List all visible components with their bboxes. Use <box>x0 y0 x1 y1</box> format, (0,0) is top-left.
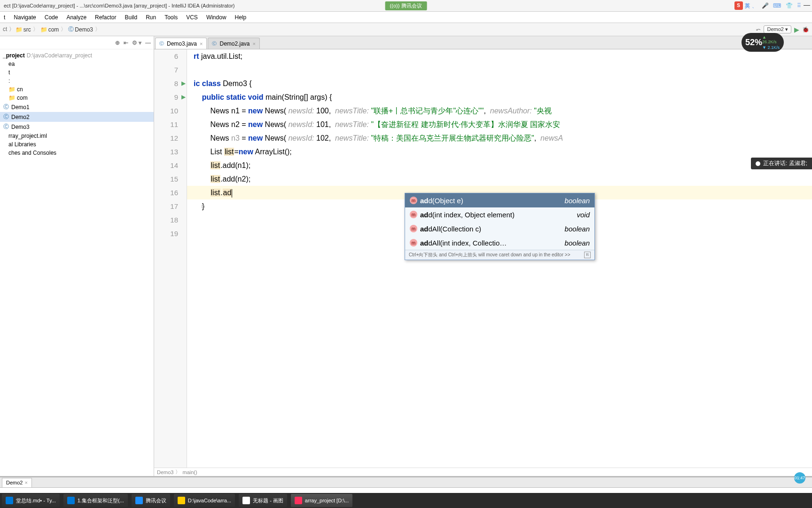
taskbar-item[interactable]: array_project [D:\... <box>291 494 353 507</box>
collapse-icon[interactable]: ⇤ <box>124 40 128 46</box>
back-arrow-icon[interactable]: ⤺ <box>756 26 761 33</box>
gutter-line[interactable]: 15 <box>154 172 187 186</box>
code-line[interactable]: rt java.util.List; <box>187 49 812 63</box>
tree-item[interactable]: ches and Consoles <box>0 149 154 157</box>
tree-item[interactable]: 📁cn <box>0 85 154 94</box>
menu-item[interactable]: t <box>0 12 9 23</box>
menu-vcs[interactable]: VCS <box>182 12 202 23</box>
autocomplete-item[interactable]: madd(int index, Object element)void <box>405 207 594 222</box>
breadcrumb-com[interactable]: com <box>48 26 59 33</box>
menu-build[interactable]: Build <box>121 12 141 23</box>
tab-demo2[interactable]: Ⓒ Demo2.java × <box>208 38 259 49</box>
pi-icon[interactable]: π <box>584 252 591 258</box>
taskbar-item[interactable]: 堂总结.md• - Ty... <box>2 494 60 507</box>
sogou-icon[interactable]: S <box>734 1 743 10</box>
tree-item[interactable]: t <box>0 68 154 77</box>
menu-tools[interactable]: Tools <box>161 12 181 23</box>
menu-run[interactable]: Run <box>142 12 160 23</box>
taskbar[interactable]: 堂总结.md• - Ty...1.集合框架和泛型(...腾讯会议D:\javaC… <box>0 493 812 508</box>
debug-button[interactable]: 🐞 <box>802 26 809 33</box>
code-line[interactable]: list.add(n2); <box>187 172 812 186</box>
tree-item[interactable]: ea <box>0 60 154 68</box>
taskbar-item[interactable]: D:\javaCode\arra... <box>174 494 235 507</box>
app-icon <box>135 497 143 504</box>
code-line[interactable]: public static void main(String[] args) { <box>187 90 812 104</box>
tab-demo3[interactable]: Ⓒ Demo3.java × <box>155 38 207 49</box>
project-header[interactable]: ⊕ ⇤ ⚙ ▾ — <box>0 36 154 49</box>
code-line[interactable]: list.add(n1); <box>187 159 812 172</box>
project-tree[interactable]: _project D:\javaCode\array_project eat:📁… <box>0 49 154 159</box>
autocomplete-item[interactable]: madd(Object e)boolean <box>405 193 594 207</box>
menu-code[interactable]: Code <box>41 12 62 23</box>
breadcrumb-class[interactable]: Demo3 <box>75 26 93 33</box>
minimize-button[interactable]: — <box>804 1 810 8</box>
code-body[interactable]: rt java.util.List;ic class Demo3 { publi… <box>187 49 812 468</box>
tree-label: ea <box>8 61 15 67</box>
gutter-line[interactable]: 6 <box>154 49 187 63</box>
code-line[interactable] <box>187 63 812 77</box>
gutter-line[interactable]: 17 <box>154 199 187 213</box>
gutter-line[interactable]: 8▶ <box>154 77 187 90</box>
breadcrumb-src[interactable]: src <box>23 26 31 33</box>
gear-icon[interactable]: ⚙ ▾ <box>132 40 141 46</box>
taskbar-item[interactable]: 1.集合框架和泛型(... <box>63 494 128 507</box>
gutter[interactable]: 678▶9▶10111213141516171819 <box>154 49 187 468</box>
run-gutter-icon[interactable]: ▶ <box>181 90 186 104</box>
menu-help[interactable]: Help <box>231 12 250 23</box>
gutter-line[interactable]: 19 <box>154 227 187 240</box>
gutter-line[interactable]: 11 <box>154 118 187 131</box>
tree-item[interactable]: ⒸDemo3 <box>0 122 154 132</box>
project-panel-toolbar[interactable]: ⊕ ⇤ ⚙ ▾ — <box>115 40 151 46</box>
gutter-line[interactable]: 12 <box>154 131 187 145</box>
gutter-line[interactable]: 14 <box>154 159 187 172</box>
tree-item[interactable]: al Libraries <box>0 140 154 149</box>
gutter-line[interactable]: 16 <box>154 186 187 199</box>
menu-navigate[interactable]: Navigate <box>10 12 39 23</box>
code-line[interactable]: News n3 = new News( newsId: 102, newsTit… <box>187 131 812 145</box>
code-line[interactable]: News n1 = new News( newsId: 100, newsTit… <box>187 104 812 118</box>
close-icon[interactable]: × <box>24 480 27 485</box>
autocomplete-item[interactable]: maddAll(int index, Collectio…boolean <box>405 236 594 250</box>
target-icon[interactable]: ⊕ <box>115 40 120 46</box>
run-button[interactable]: ▶ <box>794 26 799 33</box>
gutter-line[interactable]: 13 <box>154 145 187 159</box>
editor-breadcrumb[interactable]: Demo3 〉 main() <box>154 468 812 476</box>
menu-window[interactable]: Window <box>203 12 230 23</box>
code-line[interactable]: ic class Demo3 { <box>187 77 812 90</box>
taskbar-item[interactable]: 腾讯会议 <box>132 494 170 507</box>
menu-analyze[interactable]: Analyze <box>62 12 90 23</box>
editor-bc-class[interactable]: Demo3 <box>157 469 173 475</box>
run-tab-label: Demo2 <box>6 480 23 485</box>
tree-item[interactable]: rray_project.iml <box>0 132 154 140</box>
tree-item[interactable]: : <box>0 77 154 85</box>
close-icon[interactable]: × <box>253 41 256 47</box>
autocomplete-popup[interactable]: madd(Object e)booleanmadd(int index, Obj… <box>405 193 595 260</box>
gutter-line[interactable]: 10 <box>154 104 187 118</box>
gutter-line[interactable]: 7 <box>154 63 187 77</box>
tree-item[interactable]: ⒸDemo2 <box>0 112 154 122</box>
gutter-line[interactable]: 9▶ <box>154 90 187 104</box>
meeting-indicator[interactable]: ((o)) 腾讯会议 <box>385 1 427 10</box>
run-gutter-icon[interactable]: ▶ <box>181 77 186 90</box>
autocomplete-item[interactable]: maddAll(Collection c)boolean <box>405 222 594 236</box>
ime-lang[interactable]: 英 <box>745 2 750 9</box>
tree-item[interactable]: ⒸDemo1 <box>0 102 154 112</box>
breadcrumb[interactable]: ct 〉 📁 src 〉 📁 com 〉 Ⓒ Demo3 〉 <box>3 25 102 33</box>
menu-refactor[interactable]: Refactor <box>91 12 120 23</box>
perf-overlay[interactable]: 52% ▲ 26.2K/s ▼ 2.1K/s <box>742 33 784 52</box>
code-line[interactable]: List list=new ArrayList(); <box>187 145 812 159</box>
clock-badge[interactable]: 01:47 <box>794 472 805 484</box>
hide-icon[interactable]: — <box>145 40 151 46</box>
ime-panel[interactable]: S 英 、 🎤 ⌨ 👕 ⠿ <box>734 1 803 10</box>
close-icon[interactable]: × <box>200 41 203 47</box>
editor-bc-method[interactable]: main() <box>182 469 197 475</box>
run-config-selector[interactable]: Demo2 ▾ <box>764 25 791 33</box>
code-line[interactable]: News n2 = new News( newsId: 101, newsTit… <box>187 118 812 131</box>
ime-toolbar-icons[interactable]: 、 🎤 ⌨ 👕 ⠿ <box>752 2 803 10</box>
project-root[interactable]: _project D:\javaCode\array_project <box>0 51 154 60</box>
taskbar-item[interactable]: 无标题 - 画图 <box>239 494 287 507</box>
tree-item[interactable]: 📁com <box>0 94 154 102</box>
gutter-line[interactable]: 18 <box>154 213 187 227</box>
run-tab-demo2[interactable]: Demo2 × <box>2 478 32 487</box>
code-area[interactable]: 678▶9▶10111213141516171819 rt java.util.… <box>154 49 812 468</box>
